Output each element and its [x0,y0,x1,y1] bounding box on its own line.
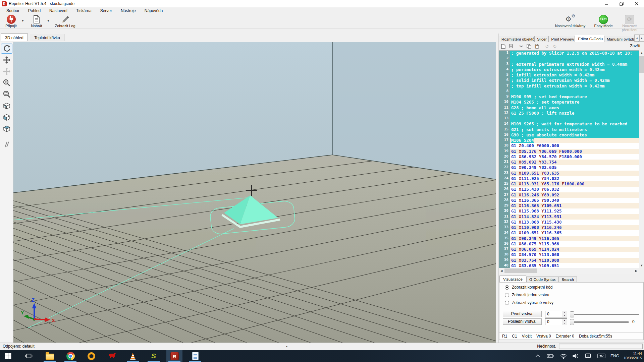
gcode-line[interactable]: M190 S95 ; set bed temperature [510,94,639,100]
close-button[interactable] [629,0,644,7]
spin-down-icon[interactable]: ▼ [562,322,567,325]
printer-settings-button[interactable]: ⚙⚙ Nastavení tiskárny [550,15,590,28]
front-view-button[interactable] [1,112,12,122]
tray-volume-button[interactable] [570,350,581,362]
taskbar-icon-notepad[interactable] [187,350,203,362]
tab-search[interactable]: Search [559,277,577,282]
taskbar-icon-explorer[interactable] [42,350,58,362]
gcode-editor[interactable]: 1234567891011121314151617181920212223242… [499,50,639,268]
first-layer-spinner[interactable]: 0 ▲▼ [545,311,567,317]
menu-tiskarna[interactable]: Tiskárna [72,8,96,14]
taskbar-icon-vlc[interactable] [125,350,141,362]
tab-vizualizace[interactable]: Vizualizace [499,276,526,282]
show-log-button[interactable]: Zobrazit Log [52,15,78,28]
editor-close-button[interactable]: Zavřít [630,44,640,48]
last-layer-slider[interactable] [570,319,629,325]
editor-horizontal-scrollbar[interactable]: ◀ ▶ [499,268,639,274]
gcode-line[interactable]: G28 ; home all axes [510,105,639,111]
gcode-line[interactable]: M104 S265 ; set temperature [510,100,639,105]
connect-button[interactable]: Připojit [1,15,21,28]
gcode-line[interactable]: G1 X116.365 Y109.651 [510,203,639,208]
tab-gcode-editor[interactable]: Editor G-Codu [575,35,604,42]
radio-icon[interactable] [505,293,509,297]
menu-server[interactable]: Server [96,8,116,14]
cut-icon[interactable]: ✂ [519,44,524,49]
gcode-line[interactable]: ; perimeters extrusion width = 0.42mm [510,67,639,72]
gcode-line[interactable]: G1 X83.635 Y109.651 [510,263,639,268]
gcode-line[interactable]: G1 X113.931 Y85.176 F1800.000 [510,181,639,187]
gcode-line[interactable]: G1 X86.932 Y84.570 F1800.000 [510,154,639,160]
tabs-scroll-left-button[interactable]: ◂ [634,35,639,42]
task-view-button[interactable] [21,350,37,362]
zoom-button[interactable] [1,78,12,88]
gcode-line[interactable]: G1 X86.069 Y114.824 [510,247,639,252]
taskbar-icon-orange-ring-app[interactable] [83,350,99,362]
tray-action-center-button[interactable] [582,350,594,362]
radio-icon[interactable] [505,285,509,290]
menu-soubor[interactable]: Soubor [2,8,24,14]
last-layer-spinner[interactable]: 0 ▲▼ [545,318,567,325]
menu-napoveda[interactable]: Nápověda [140,8,167,14]
gcode-line[interactable]: G21 ; set units to millimeters [510,127,639,132]
fit-view-button[interactable] [1,89,12,99]
tray-keyboard-button[interactable] [595,350,608,362]
save-icon[interactable] [508,44,514,49]
gcode-line[interactable]: G1 Z5 F5000 ; lift nozzle [510,111,639,116]
scroll-up-arrow[interactable]: ▲ [639,50,644,56]
radio-icon[interactable] [505,301,509,305]
spin-down-icon[interactable]: ▼ [562,314,567,317]
gcode-line[interactable]: G1 X84.570 Y113.068 [510,252,639,257]
spin-up-icon[interactable]: ▲ [562,319,567,322]
gcode-line[interactable]: G1 X90.349 Y83.635 [510,165,639,170]
tab-temperature-curve[interactable]: Teplotní křivka [30,34,64,41]
gcode-line[interactable]: ; infill extrusion width = 0.42mm [510,72,639,78]
last-layer-label[interactable]: Poslední vrstva: [503,318,542,325]
gcode-line[interactable]: G1 X88.075 Y115.968 [510,241,639,247]
gcode-line[interactable]: G1 X113.068 Y115.430 [510,220,639,225]
easy-mode-button[interactable]: EASY Easy Mode [592,15,614,28]
minimize-button[interactable] [599,0,614,7]
gcode-line[interactable]: G1 X90.349 Y116.365 [510,236,639,241]
slider-thumb[interactable] [570,311,574,317]
tray-battery-button[interactable] [545,350,556,362]
copy-icon[interactable] [526,44,532,49]
tab-3d-preview[interactable]: 3D náhled [1,34,28,41]
tab-object-placement[interactable]: Rozmístění objektů [499,36,534,42]
tray-chevron-button[interactable] [533,350,543,362]
gcode-line[interactable]: G1 X89.092 Y83.754 [510,160,639,165]
radio-show-selected-layers[interactable]: Zobrazit vybrané vrstvy [505,300,553,305]
start-button[interactable] [0,350,16,362]
slider-thumb[interactable] [570,319,574,325]
gcode-line[interactable]: G1 X116.365 Y90.349 [510,198,639,203]
gcode-line[interactable]: G1 X114.824 Y113.931 [510,214,639,220]
move-view-button[interactable] [1,55,12,65]
rotate-view-button[interactable] [1,44,12,54]
gcode-line[interactable]: ; generated by Slic3r 1.2.9 on 2015-08-1… [510,51,639,56]
spin-up-icon[interactable]: ▲ [562,311,567,314]
gcode-line[interactable]: G1 X109.651 Y83.635 [510,171,639,176]
gcode-line[interactable]: ; top infill extrusion width = 0.42mm [510,83,639,89]
editor-vertical-scrollbar[interactable]: ▲ ▼ [639,50,644,268]
menu-nastroje[interactable]: Nástroje [116,8,140,14]
connect-dropdown[interactable]: ▼ [21,19,24,22]
viewport-3d[interactable]: Z Y X [13,42,496,343]
isometric-view-button[interactable] [1,101,12,111]
taskbar-icon-red-dog-app[interactable] [104,350,120,362]
gcode-line[interactable]: G1 X115.968 Y111.925 [510,208,639,214]
gcode-line[interactable]: G1 X85.176 Y86.069 F6000.000 [510,149,639,154]
first-layer-slider[interactable] [570,311,639,317]
tray-wifi-button[interactable] [558,350,569,362]
radio-show-single-layer[interactable]: Zobrazit jednu vrstvu [505,292,549,298]
gcode-line[interactable]: ; solid infill extrusion width = 0.42mm [510,78,639,83]
gcode-line[interactable]: G90 ; use absolute coordinates [510,132,639,138]
tab-manual-control[interactable]: Manuální ovládání [604,36,638,42]
menu-pohled[interactable]: Pohled [24,8,45,14]
scroll-right-arrow[interactable]: ▶ [634,268,639,274]
tabs-scroll-right-button[interactable]: ▸ [639,35,644,42]
radio-show-complete-code[interactable]: Zobrazit kompletní kód [505,285,552,290]
gcode-line[interactable]: G1 Z0.400 F6000.000 [510,143,639,148]
new-file-icon[interactable] [500,44,506,49]
horizontal-scroll-thumb[interactable] [504,268,537,273]
taskbar-icon-sublime[interactable]: S [146,350,162,362]
upload-dropdown[interactable]: ▼ [47,19,50,22]
